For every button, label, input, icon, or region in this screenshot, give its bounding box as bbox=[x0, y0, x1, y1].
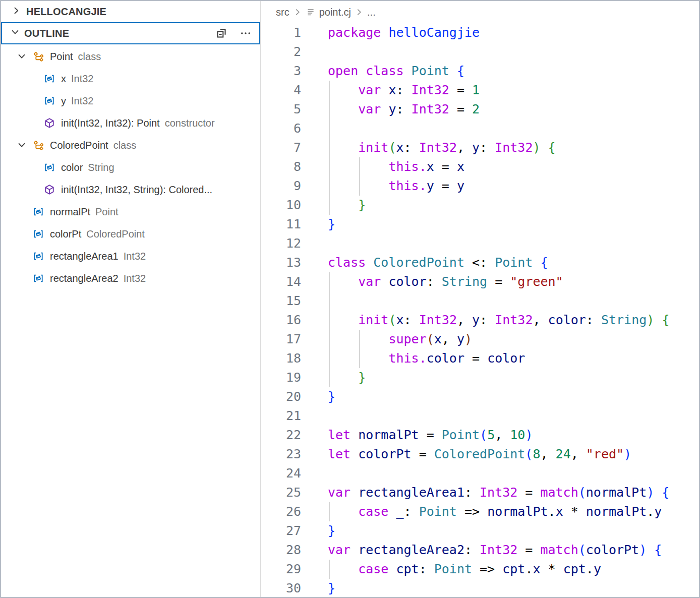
code-line[interactable]: 15 bbox=[261, 291, 699, 311]
line-content[interactable]: init(x: Int32, y: Int32) { bbox=[328, 138, 556, 157]
line-number: 7 bbox=[261, 138, 301, 157]
code-line[interactable]: 6 bbox=[261, 119, 699, 138]
outline-item-detail: Int32 bbox=[71, 95, 93, 107]
line-content[interactable]: class ColoredPoint <: Point { bbox=[328, 253, 548, 272]
variable-symbol-icon bbox=[43, 162, 55, 173]
outline-section-label: OUTLINE bbox=[24, 28, 69, 39]
outline-item-colorpt[interactable]: colorPtColoredPoint bbox=[1, 223, 260, 245]
line-content[interactable]: this.color = color bbox=[328, 349, 525, 368]
code-line[interactable]: 18 this.color = color bbox=[261, 349, 699, 368]
variable-symbol-icon bbox=[43, 73, 55, 84]
code-line[interactable]: 27} bbox=[261, 521, 699, 541]
outline-section-header[interactable]: OUTLINE bbox=[1, 22, 260, 44]
line-content[interactable]: init(x: Int32, y: Int32, color: String) … bbox=[328, 311, 669, 330]
collapse-all-button[interactable] bbox=[215, 27, 228, 40]
line-content[interactable]: } bbox=[328, 387, 335, 406]
line-number: 2 bbox=[261, 42, 301, 62]
code-line[interactable]: 1package helloCangjie bbox=[261, 23, 699, 42]
code-line[interactable]: 13class ColoredPoint <: Point { bbox=[261, 253, 699, 272]
code-line[interactable]: 20} bbox=[261, 387, 699, 406]
code-line[interactable]: 8 this.x = x bbox=[261, 157, 699, 176]
code-line[interactable]: 12 bbox=[261, 234, 699, 253]
breadcrumb-separator-icon bbox=[293, 8, 302, 17]
line-content[interactable]: case cpt: Point => cpt.x * cpt.y bbox=[328, 560, 601, 579]
code-line[interactable]: 23let colorPt = ColoredPoint(8, 24, "red… bbox=[261, 445, 699, 464]
indent-guide bbox=[359, 330, 360, 368]
code-line[interactable]: 19 } bbox=[261, 368, 699, 387]
explorer-section-label: HELLOCANGJIE bbox=[26, 6, 106, 18]
outline-item-label: color bbox=[61, 162, 83, 173]
line-content[interactable]: var y: Int32 = 2 bbox=[328, 100, 480, 119]
outline-item-label: normalPt bbox=[50, 206, 90, 218]
line-content[interactable]: } bbox=[328, 215, 335, 234]
code-line[interactable]: 28var rectangleArea2: Int32 = match(colo… bbox=[261, 541, 699, 560]
method-symbol-icon bbox=[43, 117, 55, 129]
outline-item-detail: Int32 bbox=[124, 251, 146, 262]
breadcrumb-item--[interactable]: ... bbox=[367, 7, 376, 18]
line-number: 5 bbox=[261, 100, 301, 119]
code-line[interactable]: 26 case _: Point => normalPt.x * normalP… bbox=[261, 502, 699, 521]
line-content[interactable]: this.y = y bbox=[328, 176, 464, 196]
line-content[interactable]: open class Point { bbox=[328, 62, 464, 81]
line-content[interactable]: case _: Point => normalPt.x * normalPt.y bbox=[328, 502, 662, 521]
line-content[interactable]: var rectangleArea1: Int32 = match(normal… bbox=[328, 483, 669, 502]
line-content[interactable]: var rectangleArea2: Int32 = match(colorP… bbox=[328, 541, 662, 560]
outline-item-y[interactable]: yInt32 bbox=[1, 90, 260, 112]
line-content[interactable]: } bbox=[328, 368, 366, 387]
sidebar: HELLOCANGJIE OUTLINE PointclassxInt bbox=[1, 1, 261, 597]
breadcrumb-item-src[interactable]: src bbox=[276, 7, 289, 18]
code-line[interactable]: 2 bbox=[261, 42, 699, 62]
outline-item-coloredpoint[interactable]: ColoredPointclass bbox=[1, 134, 260, 156]
code-line[interactable]: 14 var color: String = "green" bbox=[261, 272, 699, 291]
outline-item-init-int32-int32-point[interactable]: init(Int32, Int32): Pointconstructor bbox=[1, 112, 260, 134]
code-line[interactable]: 29 case cpt: Point => cpt.x * cpt.y bbox=[261, 560, 699, 579]
line-content[interactable]: super(x, y) bbox=[328, 330, 472, 349]
code-line[interactable]: 4 var x: Int32 = 1 bbox=[261, 81, 699, 100]
code-line[interactable]: 22let normalPt = Point(5, 10) bbox=[261, 426, 699, 445]
indent-guide bbox=[329, 560, 330, 579]
line-content[interactable]: package helloCangjie bbox=[328, 23, 480, 42]
outline-item-init-int32-int32-string-colored-[interactable]: init(Int32, Int32, String): Colored... bbox=[1, 178, 260, 201]
code-line[interactable]: 25var rectangleArea1: Int32 = match(norm… bbox=[261, 483, 699, 502]
code-editor[interactable]: 1package helloCangjie23open class Point … bbox=[261, 23, 699, 597]
outline-item-label: init(Int32, Int32): Point bbox=[61, 117, 160, 129]
outline-item-rectanglearea1[interactable]: rectangleArea1Int32 bbox=[1, 245, 260, 267]
line-content[interactable]: } bbox=[328, 196, 366, 215]
code-line[interactable]: 3open class Point { bbox=[261, 62, 699, 81]
line-content[interactable]: this.x = x bbox=[328, 157, 464, 176]
outline-item-color[interactable]: colorString bbox=[1, 156, 260, 178]
variable-symbol-icon bbox=[32, 206, 44, 217]
chevron-down-icon bbox=[10, 27, 20, 40]
line-number: 22 bbox=[261, 426, 301, 445]
outline-item-rectanglearea2[interactable]: rectangleArea2Int32 bbox=[1, 267, 260, 289]
outline-item-normalpt[interactable]: normalPtPoint bbox=[1, 201, 260, 223]
code-line[interactable]: 7 init(x: Int32, y: Int32) { bbox=[261, 138, 699, 157]
line-content[interactable]: } bbox=[328, 579, 335, 597]
code-line[interactable]: 24 bbox=[261, 464, 699, 483]
line-number: 1 bbox=[261, 23, 301, 42]
code-line[interactable]: 11} bbox=[261, 215, 699, 234]
line-content[interactable]: var x: Int32 = 1 bbox=[328, 81, 480, 100]
code-line[interactable]: 17 super(x, y) bbox=[261, 330, 699, 349]
outline-item-point[interactable]: Pointclass bbox=[1, 45, 260, 68]
breadcrumb-item-label: ... bbox=[367, 7, 376, 18]
outline-item-label: Point bbox=[50, 51, 73, 63]
line-content[interactable]: var color: String = "green" bbox=[328, 272, 563, 291]
breadcrumb-item-point-cj[interactable]: point.cj bbox=[306, 7, 351, 18]
code-line[interactable]: 16 init(x: Int32, y: Int32, color: Strin… bbox=[261, 311, 699, 330]
code-line[interactable]: 9 this.y = y bbox=[261, 176, 699, 196]
code-line[interactable]: 21 bbox=[261, 406, 699, 426]
editor-pane: srcpoint.cj... 1package helloCangjie23op… bbox=[261, 1, 699, 597]
line-content[interactable]: let normalPt = Point(5, 10) bbox=[328, 426, 533, 445]
outline-item-x[interactable]: xInt32 bbox=[1, 68, 260, 90]
explorer-section-header[interactable]: HELLOCANGJIE bbox=[1, 1, 260, 22]
code-line[interactable]: 30} bbox=[261, 579, 699, 597]
line-content[interactable]: } bbox=[328, 521, 335, 541]
more-actions-button[interactable] bbox=[239, 27, 252, 40]
chevron-down-icon bbox=[15, 140, 28, 150]
class-symbol-icon bbox=[32, 140, 44, 151]
variable-symbol-icon bbox=[32, 251, 44, 262]
code-line[interactable]: 5 var y: Int32 = 2 bbox=[261, 100, 699, 119]
line-content[interactable]: let colorPt = ColoredPoint(8, 24, "red") bbox=[328, 445, 631, 464]
code-line[interactable]: 10 } bbox=[261, 196, 699, 215]
